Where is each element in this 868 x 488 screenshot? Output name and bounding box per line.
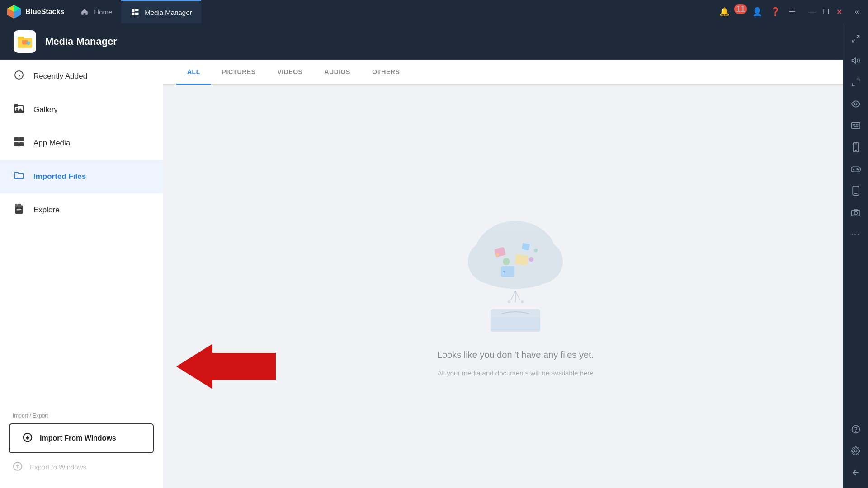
svg-point-42 xyxy=(534,249,538,252)
tabs-bar: ALL PICTURES VIDEOS AUDIOS OTHERS xyxy=(163,60,868,85)
collapse-sidebar-button[interactable]: « xyxy=(855,8,859,16)
svg-point-37 xyxy=(503,258,510,265)
app-header-icon xyxy=(14,30,36,53)
gamepad-icon[interactable] xyxy=(847,160,865,178)
resize-icon[interactable] xyxy=(847,73,865,91)
camera-icon[interactable] xyxy=(847,203,865,221)
sidebar-item-gallery[interactable]: Gallery xyxy=(0,93,163,127)
import-from-windows-button[interactable]: Import From Windows xyxy=(9,423,154,453)
svg-point-74 xyxy=(855,431,856,432)
help-icon[interactable]: ❓ xyxy=(770,7,780,17)
tab-media-manager-label: Media Manager xyxy=(145,9,192,16)
svg-rect-50 xyxy=(491,317,540,332)
import-icon xyxy=(23,432,33,444)
tab-others[interactable]: OTHERS xyxy=(361,60,410,85)
empty-state-title: Looks like you don 't have any files yet… xyxy=(437,350,594,360)
svg-rect-20 xyxy=(19,142,24,146)
sidebar-item-imported-files[interactable]: Imported Files xyxy=(0,160,163,193)
phone-icon[interactable] xyxy=(847,138,865,156)
svg-rect-25 xyxy=(16,209,21,210)
sidebar: Recently Added Gallery xyxy=(0,60,163,488)
export-icon xyxy=(13,461,23,473)
svg-marker-53 xyxy=(852,60,855,63)
sidebar-explore-label: Explore xyxy=(33,206,60,215)
close-button[interactable]: ✕ xyxy=(836,8,842,16)
tab-audios-label: AUDIOS xyxy=(324,68,350,75)
folder-icon xyxy=(13,170,25,183)
media-manager-tab-icon xyxy=(130,7,140,17)
svg-rect-26 xyxy=(16,211,19,211)
volume-icon[interactable] xyxy=(847,60,865,70)
sidebar-item-app-media[interactable]: App Media xyxy=(0,127,163,160)
sidebar-imported-files-label: Imported Files xyxy=(33,172,86,181)
sidebar-item-explore[interactable]: Explore xyxy=(0,193,163,227)
tab-audios[interactable]: AUDIOS xyxy=(313,60,361,85)
tab-videos[interactable]: VIDEOS xyxy=(267,60,314,85)
help-button-icon[interactable] xyxy=(847,420,865,438)
svg-point-16 xyxy=(16,108,18,110)
tab-media-manager[interactable]: Media Manager xyxy=(121,0,201,23)
svg-point-47 xyxy=(508,300,510,303)
svg-rect-38 xyxy=(515,254,529,266)
home-tab-icon xyxy=(80,7,90,17)
right-sidebar: ··· xyxy=(843,60,868,488)
sidebar-gallery-label: Gallery xyxy=(33,105,58,114)
gallery-icon xyxy=(13,103,25,117)
sidebar-recently-added-label: Recently Added xyxy=(33,72,87,81)
clock-icon xyxy=(13,70,25,83)
notification-icon[interactable]: 🔔 11 xyxy=(719,7,744,17)
tab-others-label: OTHERS xyxy=(372,68,400,75)
svg-point-43 xyxy=(495,253,499,257)
tab-pictures[interactable]: PICTURES xyxy=(211,60,267,85)
svg-point-62 xyxy=(855,150,856,151)
app-header: Media Manager xyxy=(0,23,868,60)
tab-pictures-label: PICTURES xyxy=(222,68,256,75)
title-bar-left: BlueStacks Home Media Manager xyxy=(0,0,710,23)
bluestacks-logo[interactable]: BlueStacks xyxy=(0,4,71,19)
svg-rect-23 xyxy=(17,204,19,207)
svg-rect-15 xyxy=(14,104,18,107)
bluestacks-logo-icon xyxy=(6,4,22,19)
minimize-button[interactable]: — xyxy=(808,8,816,16)
svg-line-46 xyxy=(515,291,520,300)
sidebar-app-media-label: App Media xyxy=(33,139,70,148)
settings-icon[interactable] xyxy=(847,442,865,460)
tab-home[interactable]: Home xyxy=(71,0,121,23)
grid-icon xyxy=(13,136,25,150)
svg-point-12 xyxy=(27,41,30,45)
back-arrow-icon[interactable] xyxy=(847,464,865,482)
svg-point-48 xyxy=(521,300,524,303)
account-icon[interactable]: 👤 xyxy=(752,7,762,17)
notification-badge: 11 xyxy=(734,4,747,14)
more-options-icon[interactable]: ··· xyxy=(847,225,865,243)
title-bar-right: 🔔 11 👤 ❓ ☰ — ❐ ✕ « xyxy=(710,7,868,17)
sidebar-item-recently-added[interactable]: Recently Added xyxy=(0,60,163,93)
svg-text:≡: ≡ xyxy=(503,270,505,275)
svg-rect-17 xyxy=(14,137,19,141)
svg-point-54 xyxy=(854,103,857,105)
svg-point-41 xyxy=(529,257,533,262)
export-to-windows-button[interactable]: Export to Windows xyxy=(0,455,163,479)
main-panel: ALL PICTURES VIDEOS AUDIOS OTHERS xyxy=(163,60,868,488)
menu-icon[interactable]: ☰ xyxy=(788,7,796,17)
svg-rect-36 xyxy=(522,243,530,251)
tab-all[interactable]: ALL xyxy=(176,60,211,85)
empty-state-illustration: ≡ xyxy=(452,196,579,341)
keyboard-icon[interactable] xyxy=(847,117,865,135)
svg-rect-18 xyxy=(19,137,24,141)
portrait-mode-icon[interactable] xyxy=(847,182,865,200)
inner-layout: Recently Added Gallery xyxy=(0,60,868,488)
svg-rect-24 xyxy=(19,204,21,207)
svg-rect-8 xyxy=(135,13,139,15)
restore-button[interactable]: ❐ xyxy=(823,8,829,16)
empty-state-subtitle: All your media and documents will be ava… xyxy=(437,369,593,377)
svg-rect-22 xyxy=(15,204,17,207)
svg-rect-55 xyxy=(851,122,859,128)
eye-icon[interactable] xyxy=(847,95,865,113)
svg-rect-10 xyxy=(18,36,24,39)
import-export-label: Import / Export xyxy=(0,404,163,422)
window-controls: — ❐ ✕ xyxy=(804,8,842,16)
svg-line-44 xyxy=(511,291,515,300)
export-to-windows-label: Export to Windows xyxy=(30,463,86,471)
svg-point-68 xyxy=(858,169,859,170)
